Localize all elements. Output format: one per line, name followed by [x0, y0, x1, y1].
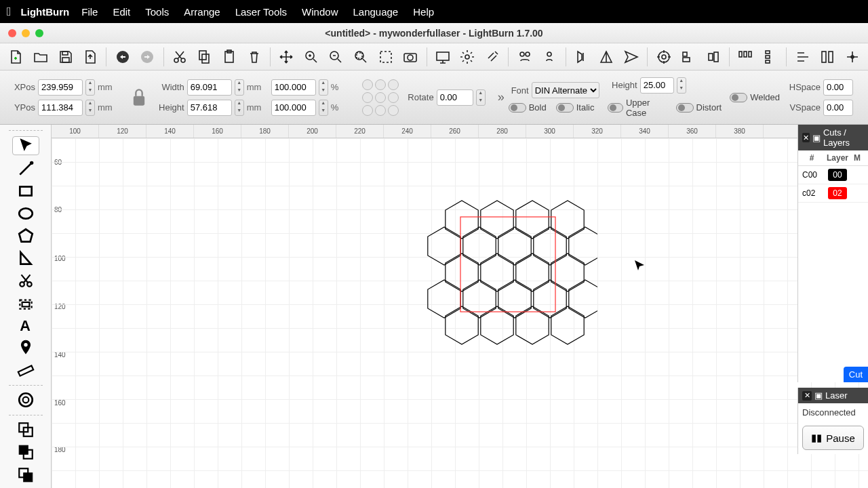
camera-button[interactable] — [400, 46, 421, 68]
vspace-input[interactable] — [823, 100, 853, 116]
layer-swatch[interactable]: 02 — [828, 187, 847, 199]
boolean-intersect-button[interactable] — [12, 466, 39, 484]
ellipse-tool[interactable] — [12, 204, 39, 222]
layer-row-c00[interactable]: C00 00 — [798, 166, 868, 184]
flip-v-button[interactable] — [621, 46, 642, 68]
preview-button[interactable] — [433, 46, 454, 68]
uppercase-toggle[interactable]: Upper Case — [608, 98, 668, 118]
close-panel-icon[interactable]: ✕ — [802, 133, 810, 142]
cut-button[interactable]: Cut — [844, 367, 868, 382]
offset-tool[interactable] — [12, 293, 39, 312]
text-height-stepper[interactable]: ▲▼ — [677, 77, 686, 94]
rectangle-tool[interactable] — [12, 182, 39, 200]
font-select[interactable]: DIN Alternate — [532, 82, 599, 98]
zoom-in-button[interactable] — [301, 46, 322, 68]
xpos-input[interactable] — [38, 79, 83, 96]
scale-x-stepper[interactable]: ▲▼ — [319, 79, 328, 96]
pause-button[interactable]: ▮▮ Pause — [802, 426, 864, 450]
zoom-out-button[interactable] — [326, 46, 347, 68]
delete-button[interactable] — [243, 46, 264, 68]
menu-help[interactable]: Help — [413, 6, 434, 18]
hspace-input[interactable] — [823, 79, 853, 96]
menu-laser-tools[interactable]: Laser Tools — [235, 6, 287, 18]
distribute-h-button[interactable] — [735, 46, 756, 68]
layer-swatch[interactable]: 00 — [828, 169, 847, 181]
zoom-selection-button[interactable] — [375, 46, 396, 68]
xpos-stepper[interactable]: ▲▼ — [85, 79, 95, 96]
save-file-button[interactable] — [55, 46, 76, 68]
menu-window[interactable]: Window — [302, 6, 338, 18]
minimize-window-button[interactable] — [22, 29, 30, 37]
align-left-button[interactable] — [678, 46, 699, 68]
distribute-v-button[interactable] — [760, 46, 781, 68]
hexagon-shapes[interactable] — [421, 199, 597, 348]
rotate-input[interactable] — [437, 89, 473, 106]
menu-arrange[interactable]: Arrange — [184, 6, 220, 18]
device-settings-button[interactable] — [482, 46, 503, 68]
cuts-panel-header[interactable]: ✕ ▣ Cuts / Layers — [798, 125, 868, 150]
align-middle-button[interactable] — [703, 46, 724, 68]
apple-menu-icon[interactable]:  — [7, 5, 12, 19]
cut-button[interactable] — [170, 46, 191, 68]
new-file-button[interactable] — [5, 46, 26, 68]
group-button[interactable] — [514, 46, 535, 68]
array-tool-button[interactable] — [817, 46, 838, 68]
rotate-stepper[interactable]: ▲▼ — [476, 89, 486, 106]
measure-tool[interactable] — [12, 361, 39, 380]
settings-button[interactable] — [457, 46, 478, 68]
height-stepper[interactable]: ▲▼ — [235, 100, 244, 116]
redo-button[interactable] — [137, 46, 158, 68]
menu-language[interactable]: Language — [353, 6, 398, 18]
copy-button[interactable] — [194, 46, 215, 68]
anchor-grid[interactable] — [362, 79, 399, 116]
lock-aspect-button[interactable] — [126, 81, 152, 115]
distort-toggle[interactable]: Distort — [676, 102, 722, 113]
boolean-subtract-button[interactable] — [12, 443, 39, 462]
height-input[interactable] — [187, 100, 232, 116]
paste-button[interactable] — [219, 46, 240, 68]
close-window-button[interactable] — [8, 29, 16, 37]
text-tool[interactable]: A — [12, 317, 39, 335]
flip-h-button[interactable] — [596, 46, 617, 68]
dock-panel-icon[interactable]: ▣ — [812, 133, 821, 143]
target-tool[interactable] — [12, 391, 39, 409]
expand-toolbar-button[interactable]: » — [498, 90, 505, 104]
menu-edit[interactable]: Edit — [113, 6, 130, 18]
undo-button[interactable] — [112, 46, 133, 68]
italic-toggle[interactable]: Italic — [556, 102, 595, 113]
layer-row-c02[interactable]: c02 02 — [798, 184, 868, 203]
open-file-button[interactable] — [31, 46, 52, 68]
ypos-input[interactable] — [38, 100, 83, 116]
align-tool-button[interactable] — [792, 46, 813, 68]
scale-y-input[interactable] — [271, 100, 316, 116]
zoom-fit-button[interactable] — [351, 46, 372, 68]
pan-button[interactable] — [276, 46, 297, 68]
bezier-tool[interactable] — [12, 249, 39, 267]
welded-toggle[interactable]: Welded — [730, 92, 780, 102]
canvas[interactable]: 100120140 160180200 220240260 280300320 … — [52, 125, 868, 488]
text-height-input[interactable] — [640, 77, 674, 94]
select-tool[interactable] — [12, 136, 39, 155]
maximize-window-button[interactable] — [35, 29, 43, 37]
line-tool[interactable] — [12, 159, 39, 178]
close-panel-icon[interactable]: ✕ — [802, 391, 812, 401]
polygon-tool[interactable] — [12, 226, 39, 245]
boolean-union-button[interactable] — [12, 421, 39, 439]
export-file-button[interactable] — [80, 46, 101, 68]
align-center-button[interactable] — [653, 46, 674, 68]
app-name[interactable]: LightBurn — [21, 6, 70, 18]
ungroup-button[interactable] — [539, 46, 560, 68]
laser-panel-header[interactable]: ✕ ▣ Laser — [798, 388, 868, 403]
dock-panel-icon[interactable]: ▣ — [814, 390, 823, 401]
send-button[interactable] — [572, 46, 593, 68]
position-tool[interactable] — [12, 339, 39, 357]
bold-toggle[interactable]: Bold — [509, 102, 547, 113]
menu-tools[interactable]: Tools — [145, 6, 169, 18]
ypos-stepper[interactable]: ▲▼ — [85, 100, 95, 116]
grid-tool-button[interactable] — [842, 46, 863, 68]
menu-file[interactable]: File — [81, 6, 98, 18]
width-stepper[interactable]: ▲▼ — [235, 79, 244, 96]
scale-x-input[interactable] — [271, 79, 316, 96]
scale-y-stepper[interactable]: ▲▼ — [319, 100, 328, 116]
width-input[interactable] — [187, 79, 232, 96]
